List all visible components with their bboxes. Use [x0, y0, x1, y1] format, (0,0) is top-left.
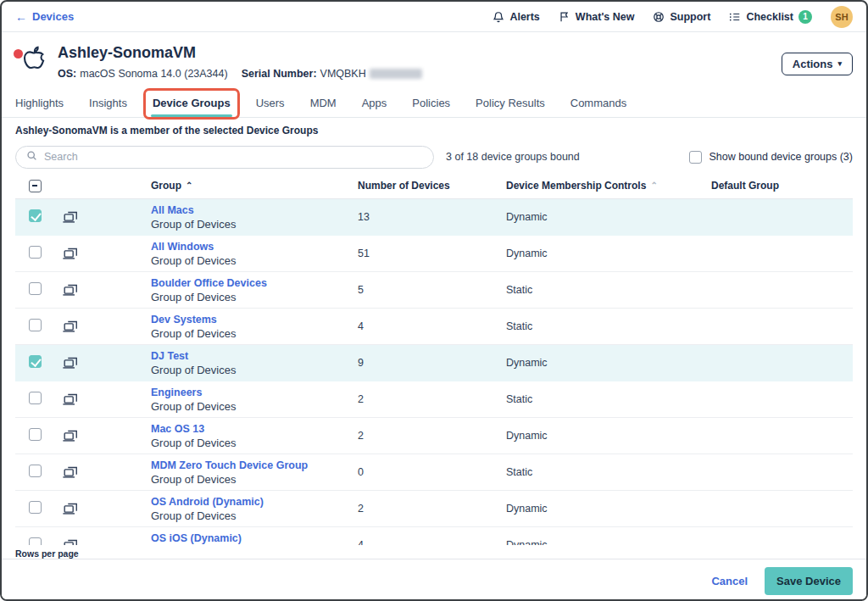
table-row[interactable]: Boulder Office Devices Group of Devices … — [15, 272, 853, 309]
serial-label: Serial Number: — [242, 68, 317, 80]
cancel-button[interactable]: Cancel — [711, 575, 748, 587]
devices-icon — [61, 354, 151, 371]
membership-control: Dynamic — [506, 539, 711, 545]
row-checkbox[interactable] — [29, 501, 42, 514]
serial-value: VMQBKH — [320, 68, 366, 80]
tab-policy-results[interactable]: Policy Results — [476, 90, 545, 117]
table-row[interactable]: Mac OS 13 Group of Devices 2 Dynamic — [15, 418, 853, 454]
group-subtitle: Group of Devices — [151, 437, 358, 449]
group-link[interactable]: DJ Test — [151, 350, 188, 362]
membership-control: Dynamic — [506, 357, 711, 369]
search-box[interactable] — [15, 146, 434, 169]
table-row[interactable]: MDM Zero Touch Device Group Group of Dev… — [15, 454, 853, 491]
tab-device-groups-label: Device Groups — [153, 97, 231, 109]
column-membership-controls[interactable]: Device Membership Controls ⌃ — [506, 180, 711, 192]
group-link[interactable]: Boulder Office Devices — [151, 277, 267, 289]
status-dot — [14, 49, 23, 58]
nav-alerts[interactable]: Alerts — [492, 11, 539, 23]
tab-insights[interactable]: Insights — [89, 90, 127, 117]
support-icon — [653, 11, 665, 23]
group-subtitle: Group of Devices — [151, 327, 358, 340]
tab-highlights[interactable]: Highlights — [15, 90, 64, 117]
device-count: 9 — [358, 357, 506, 369]
row-checkbox[interactable] — [29, 355, 42, 368]
table-row[interactable]: All Windows Group of Devices 51 Dynamic — [15, 236, 853, 272]
row-checkbox[interactable] — [29, 465, 42, 477]
table-row[interactable]: Dev Systems Group of Devices 4 Static — [15, 309, 853, 345]
column-number-of-devices[interactable]: Number of Devices — [358, 180, 506, 192]
actions-button[interactable]: Actions ▾ — [782, 53, 853, 75]
group-link[interactable]: Mac OS 13 — [151, 423, 204, 435]
group-link[interactable]: Dev Systems — [151, 314, 217, 326]
table-header-row: Group ⌃ Number of Devices Device Members… — [15, 173, 853, 199]
show-bound-toggle[interactable]: Show bound device groups (3) — [689, 151, 853, 164]
column-default-group[interactable]: Default Group — [711, 180, 853, 192]
column-group-label: Group — [151, 180, 181, 192]
device-count: 51 — [358, 248, 506, 259]
devices-icon — [61, 464, 151, 481]
os-label: OS: — [58, 68, 76, 80]
nav-support[interactable]: Support — [653, 11, 710, 23]
group-subtitle: Group of Devices — [151, 254, 358, 267]
show-bound-label: Show bound device groups (3) — [709, 151, 853, 163]
column-devices-label: Number of Devices — [358, 180, 450, 192]
tab-policies[interactable]: Policies — [412, 90, 450, 117]
nav-support-label: Support — [670, 11, 710, 23]
group-link[interactable]: All Macs — [151, 204, 194, 216]
devices-icon — [61, 537, 151, 545]
row-checkbox[interactable] — [29, 319, 42, 331]
table-row[interactable]: All Macs Group of Devices 13 Dynamic — [15, 199, 853, 236]
table-row[interactable]: DJ Test Group of Devices 9 Dynamic — [15, 345, 853, 381]
group-link[interactable]: Engineers — [151, 387, 202, 398]
group-link[interactable]: All Windows — [151, 241, 214, 253]
device-groups-table: Group ⌃ Number of Devices Device Members… — [15, 173, 853, 545]
nav-checklist-label: Checklist — [746, 11, 793, 23]
column-default-group-label: Default Group — [711, 180, 779, 192]
device-name: Ashley-SonomaVM — [58, 44, 422, 62]
tab-mdm[interactable]: MDM — [310, 90, 337, 117]
row-checkbox[interactable] — [29, 428, 42, 441]
devices-icon — [61, 318, 151, 335]
device-count: 13 — [358, 211, 506, 223]
tab-commands[interactable]: Commands — [570, 90, 626, 117]
row-checkbox[interactable] — [29, 246, 42, 259]
group-subtitle: Group of Devices — [151, 218, 358, 231]
back-label: Devices — [32, 10, 74, 23]
tab-apps[interactable]: Apps — [362, 90, 387, 117]
table-row[interactable]: OS Android (Dynamic) Group of Devices 2 … — [15, 491, 853, 527]
table-row[interactable]: Engineers Group of Devices 2 Static — [15, 381, 853, 418]
table-row[interactable]: OS iOS (Dynamic) Group of Devices 4 Dyna… — [15, 527, 853, 545]
row-checkbox[interactable] — [29, 209, 42, 222]
nav-whats-new[interactable]: What's New — [559, 11, 635, 23]
device-header-text: Ashley-SonomaVM OS: macOS Sonoma 14.0 (2… — [58, 42, 422, 89]
column-group[interactable]: Group ⌃ — [151, 180, 358, 192]
group-link[interactable]: MDM Zero Touch Device Group — [151, 459, 308, 471]
group-subtitle: Group of Devices — [151, 291, 358, 303]
checklist-icon — [729, 11, 741, 23]
tab-users[interactable]: Users — [256, 90, 285, 117]
nav-checklist[interactable]: Checklist 1 — [729, 10, 812, 24]
group-link[interactable]: OS Android (Dynamic) — [151, 496, 264, 508]
save-device-button[interactable]: Save Device — [765, 567, 853, 595]
row-checkbox[interactable] — [29, 392, 42, 404]
back-to-devices-link[interactable]: ← Devices — [15, 10, 74, 23]
user-avatar[interactable]: SH — [831, 6, 853, 28]
caret-down-icon: ▾ — [837, 60, 842, 68]
device-detail-page: ← Devices Alerts What's New Support — [0, 0, 868, 601]
search-input[interactable] — [44, 151, 423, 163]
tab-device-groups[interactable]: Device Groups — [153, 90, 231, 117]
group-subtitle: Group of Devices — [151, 509, 358, 522]
devices-icon — [61, 281, 151, 298]
group-link[interactable]: OS iOS (Dynamic) — [151, 532, 242, 544]
row-checkbox[interactable] — [29, 537, 42, 546]
column-membership-label: Device Membership Controls — [506, 180, 646, 192]
devices-icon — [61, 391, 151, 408]
devices-icon — [61, 209, 151, 225]
membership-control: Dynamic — [506, 211, 711, 223]
select-all-checkbox[interactable] — [29, 180, 42, 192]
apple-logo-icon — [15, 42, 49, 80]
row-checkbox[interactable] — [29, 282, 42, 295]
show-bound-checkbox[interactable] — [689, 151, 702, 164]
sort-asc-icon: ⌃ — [186, 181, 192, 190]
membership-control: Static — [506, 466, 711, 478]
